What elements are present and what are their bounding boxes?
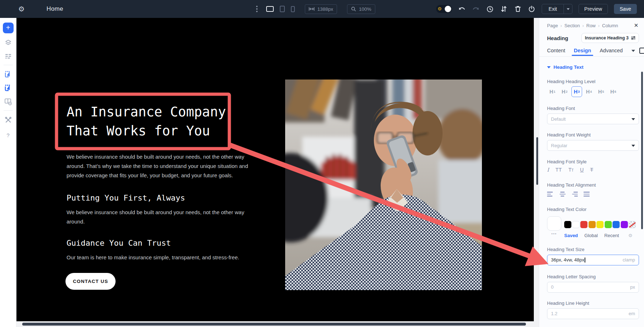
color-swatch-orange[interactable] — [589, 221, 596, 228]
underline-style-button[interactable]: U — [580, 167, 584, 173]
more-colors-dots[interactable]: ••• — [551, 232, 557, 236]
horizontal-scrollbar-thumb[interactable] — [22, 323, 526, 326]
preview-button[interactable]: Preview — [579, 4, 608, 14]
panel-scrollbar-thumb[interactable] — [536, 137, 538, 185]
color-swatch-blue[interactable] — [613, 221, 620, 228]
help-icon[interactable]: ? — [6, 132, 9, 138]
capitalize-style-button[interactable]: TT — [569, 167, 574, 173]
hero-paragraph-1[interactable]: We believe insurance should be built aro… — [67, 152, 267, 180]
hero-heading[interactable]: An Insurance Company That Works for You — [67, 102, 226, 140]
settings-gear-icon[interactable]: ⚙ — [17, 5, 26, 13]
heading-font-select[interactable]: Default — [547, 114, 639, 124]
section-title: Heading Text — [553, 64, 584, 70]
level-h6-button[interactable]: H6 — [608, 86, 619, 97]
hero-paragraph-2[interactable]: We believe insurance should be built aro… — [67, 208, 267, 226]
text-cursor — [585, 258, 585, 263]
heading-level-group: H1 H2 H3 H4 H5 H6 — [547, 86, 639, 97]
templates-settings-icon[interactable] — [4, 97, 13, 106]
color-settings-gear-icon[interactable]: ⚙ — [628, 233, 633, 238]
dark-mode-toggle[interactable]: ⚙ — [436, 5, 452, 13]
redo-icon[interactable] — [472, 5, 480, 13]
canvas-width-value: 1388px — [317, 6, 333, 12]
tab-design[interactable]: Design — [574, 48, 591, 56]
level-h5-button[interactable]: H5 — [596, 86, 606, 97]
properties-panel: ✕ Page › Section › Row › Column Heading … — [539, 18, 644, 327]
align-justify-icon[interactable] — [584, 192, 590, 197]
layers-icon[interactable] — [4, 38, 13, 47]
color-swatch-red[interactable] — [580, 221, 587, 228]
canvas-width-control[interactable]: 1388px — [305, 4, 337, 14]
page-builder-app: ⚙ Home 1388px — [0, 0, 644, 327]
breadcrumb-section[interactable]: Section — [564, 23, 580, 28]
text-size-input[interactable]: 36px, 4vw, 48px clamp — [547, 255, 639, 265]
width-arrows-icon — [309, 7, 314, 11]
add-element-button[interactable]: + — [3, 23, 14, 33]
hero-subheading-1[interactable]: Putting You First, Always — [67, 193, 185, 202]
breadcrumb: Page › Section › Row › Column — [547, 23, 639, 28]
heading-text-section-toggle[interactable]: Heading Text — [547, 64, 639, 70]
color-swatch-green[interactable] — [605, 221, 612, 228]
tab-advanced[interactable]: Advanced — [600, 48, 623, 56]
strikethrough-style-button[interactable]: T — [590, 167, 593, 173]
close-icon[interactable]: ✕ — [633, 22, 639, 29]
mobile-view-icon[interactable] — [291, 6, 295, 12]
trash-icon[interactable] — [514, 5, 522, 13]
italic-style-button[interactable]: I — [547, 167, 549, 173]
level-h3-button[interactable]: H3 — [571, 86, 582, 97]
level-h4-button[interactable]: H4 — [584, 86, 594, 97]
tabs-dropdown-caret[interactable] — [631, 50, 635, 52]
exit-button[interactable]: Exit — [542, 4, 564, 14]
color-swatch-black[interactable] — [564, 221, 571, 228]
contact-us-button[interactable]: CONTACT US — [65, 273, 116, 290]
horizontal-scrollbar-track — [16, 321, 539, 327]
sort-arrows-icon[interactable] — [500, 5, 508, 13]
select-parent-icon[interactable] — [4, 84, 13, 92]
color-swatch-transparent[interactable] — [629, 221, 636, 228]
level-h1-button[interactable]: H1 — [547, 86, 558, 97]
power-icon[interactable] — [528, 5, 536, 13]
font-weight-select[interactable]: Regular — [547, 140, 639, 151]
uppercase-style-button[interactable]: TT — [556, 167, 562, 173]
tablet-view-icon[interactable] — [280, 6, 285, 12]
line-height-placeholder: 1.2 — [551, 311, 557, 316]
line-height-input[interactable]: 1.2 em — [547, 308, 639, 319]
color-swatch-purple[interactable] — [621, 221, 628, 228]
breakpoint-frame-icon[interactable] — [639, 48, 644, 54]
zoom-control[interactable]: 100% — [347, 4, 375, 14]
level-h2-button[interactable]: H2 — [559, 86, 570, 97]
window-scrollbar-thumb[interactable] — [641, 72, 643, 229]
exit-dropdown-caret[interactable] — [564, 4, 572, 14]
desktop-view-icon[interactable] — [266, 6, 274, 12]
more-options-icon[interactable] — [255, 4, 259, 14]
hero-paragraph-3[interactable]: Our team is here to make insurance simpl… — [67, 253, 267, 262]
align-right-icon[interactable] — [571, 192, 578, 197]
hero-subheading-2[interactable]: Guidance You Can Trust — [67, 239, 171, 247]
breadcrumb-page[interactable]: Page — [547, 23, 558, 28]
align-left-icon[interactable] — [547, 192, 553, 197]
preset-selector[interactable]: Insurance Heading 3 — [581, 33, 639, 43]
tab-content[interactable]: Content — [547, 48, 565, 56]
font-style-label: Heading Font Style — [547, 159, 639, 164]
breadcrumb-column[interactable]: Column — [602, 23, 618, 28]
color-tab-saved[interactable]: Saved — [564, 233, 578, 238]
magnifier-icon — [351, 6, 356, 11]
current-color-swatch[interactable] — [547, 216, 561, 231]
align-center-icon[interactable] — [559, 192, 566, 197]
undo-icon[interactable] — [458, 5, 466, 13]
color-tab-recent[interactable]: Recent — [604, 233, 619, 238]
breadcrumb-row[interactable]: Row — [586, 23, 596, 28]
left-toolbar: + — [0, 18, 16, 327]
sidebar-divider — [4, 65, 13, 65]
tools-icon[interactable] — [4, 116, 13, 124]
color-tab-global[interactable]: Global — [584, 233, 598, 238]
color-swatch-yellow[interactable] — [596, 221, 604, 228]
color-picker-block: ••• Saved Global Recent — [547, 216, 639, 238]
color-swatch-white[interactable] — [572, 221, 580, 228]
select-element-icon[interactable] — [4, 70, 13, 79]
text-alignment-group — [547, 192, 639, 197]
letter-spacing-input[interactable]: 0 px — [547, 282, 639, 293]
save-button[interactable]: Save — [614, 4, 637, 14]
history-clock-icon[interactable] — [486, 5, 494, 13]
hero-image[interactable] — [285, 80, 482, 290]
structure-icon[interactable] — [4, 52, 13, 61]
